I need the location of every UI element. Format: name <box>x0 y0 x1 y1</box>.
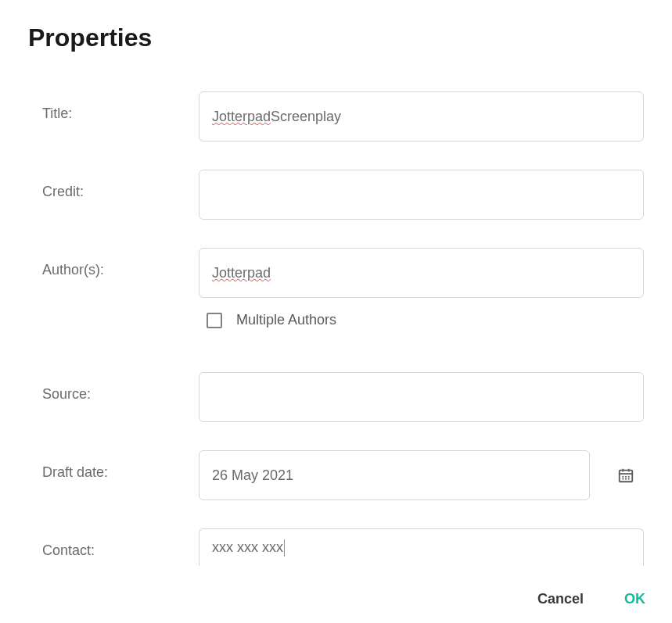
contact-label: Contact: <box>42 542 95 558</box>
title-input[interactable]: Jotterpad Screenplay <box>199 91 644 141</box>
source-row: Source: <box>42 372 644 422</box>
source-input[interactable] <box>199 372 644 422</box>
svg-rect-0 <box>620 471 633 482</box>
authors-value: Jotterpad <box>212 265 271 281</box>
contact-input[interactable]: xxx xxx xxx <box>199 528 644 566</box>
draft-date-row: Draft date: 26 May 2021 <box>42 450 644 500</box>
text-cursor <box>284 539 285 557</box>
title-row: Title: Jotterpad Screenplay <box>42 91 644 141</box>
contact-value: xxx xxx xxx <box>212 539 283 556</box>
credit-input[interactable] <box>199 170 644 220</box>
draft-date-value: 26 May 2021 <box>212 467 293 484</box>
multiple-authors-label: Multiple Authors <box>236 312 336 328</box>
ok-button[interactable]: OK <box>621 586 649 612</box>
authors-input[interactable]: Jotterpad <box>199 248 644 298</box>
cancel-button[interactable]: Cancel <box>534 586 587 612</box>
multiple-authors-row: Multiple Authors <box>42 312 644 350</box>
title-label: Title: <box>42 106 72 121</box>
authors-label: Author(s): <box>42 262 104 277</box>
title-value-rest: Screenplay <box>271 109 341 125</box>
credit-label: Credit: <box>42 184 84 199</box>
multiple-authors-group: Multiple Authors <box>199 312 336 328</box>
properties-dialog: Properties Title: Jotterpad Screenplay C… <box>0 0 672 566</box>
source-label: Source: <box>42 386 91 402</box>
credit-row: Credit: <box>42 170 644 220</box>
title-value-spell: Jotterpad <box>212 109 271 125</box>
authors-row: Author(s): Jotterpad <box>42 248 644 298</box>
multiple-authors-checkbox[interactable] <box>207 313 222 328</box>
dialog-title: Properties <box>28 23 644 52</box>
form-container: Title: Jotterpad Screenplay Credit: Aut <box>28 91 644 566</box>
dialog-footer: Cancel OK <box>534 586 649 612</box>
draft-date-label: Draft date: <box>42 464 108 480</box>
contact-row: Contact: xxx xxx xxx <box>42 528 644 566</box>
draft-date-input[interactable]: 26 May 2021 <box>199 450 590 500</box>
calendar-icon[interactable] <box>616 466 635 485</box>
